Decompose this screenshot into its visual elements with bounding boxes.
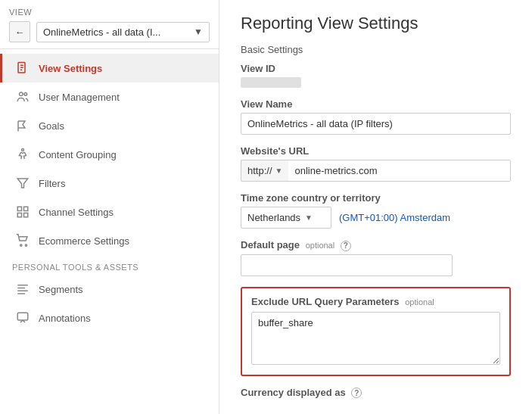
sidebar-item-label: Ecommerce Settings (39, 235, 129, 247)
website-url-label: Website's URL (241, 145, 511, 157)
protocol-text: http:// (247, 165, 272, 176)
timezone-country-text: Netherlands (247, 212, 300, 223)
website-url-group: Website's URL http:// ▼ (241, 145, 511, 182)
svg-marker-8 (17, 179, 28, 188)
sidebar-item-channel-settings[interactable]: Channel Settings (0, 198, 219, 226)
sidebar-item-content-grouping[interactable]: Content Grouping (0, 140, 219, 169)
chevron-down-icon: ▼ (194, 26, 203, 37)
svg-point-5 (24, 92, 27, 95)
sidebar-item-label: View Settings (39, 63, 102, 74)
svg-rect-9 (17, 207, 21, 210)
svg-rect-11 (17, 213, 21, 217)
personal-section-label: PERSONAL TOOLS & ASSETS (0, 255, 219, 275)
svg-point-4 (20, 92, 23, 96)
sidebar-item-label: Filters (39, 178, 65, 189)
url-protocol-dropdown[interactable]: http:// ▼ (241, 160, 288, 182)
svg-rect-12 (24, 213, 28, 217)
timezone-country-dropdown[interactable]: Netherlands ▼ (241, 207, 331, 229)
view-id-label: View ID (241, 63, 511, 74)
exclude-url-box: Exclude URL Query Parameters optional bu… (241, 287, 511, 376)
cart-icon (14, 232, 31, 249)
default-page-optional: optional (306, 241, 335, 250)
segments-icon (14, 281, 31, 297)
default-page-label: Default page optional ? (241, 239, 511, 251)
person-running-icon (14, 146, 31, 163)
gmt-offset-text: (GMT+01:00) Amsterdam (339, 212, 450, 223)
view-name-group: View Name (241, 98, 511, 135)
currency-label: Currency displayed as ? (241, 387, 511, 399)
exclude-url-label: Exclude URL Query Parameters optional (251, 296, 500, 307)
timezone-label: Time zone country or territory (241, 192, 511, 204)
chevron-down-icon: ▼ (275, 167, 283, 175)
back-button[interactable]: ← (9, 21, 30, 42)
exclude-url-optional: optional (405, 297, 434, 307)
currency-group: Currency displayed as ? (241, 387, 511, 399)
timezone-row: Netherlands ▼ (GMT+01:00) Amsterdam (241, 207, 511, 229)
svg-rect-10 (24, 207, 28, 210)
filter-icon (14, 175, 31, 191)
view-dropdown[interactable]: OnlineMetrics - all data (I... ▼ (36, 22, 210, 42)
back-icon: ← (15, 26, 25, 38)
svg-point-14 (25, 244, 26, 246)
sidebar-item-segments[interactable]: Segments (0, 275, 219, 303)
sidebar-item-annotations[interactable]: Annotations (0, 303, 219, 332)
exclude-url-textarea[interactable]: buffer_share (251, 312, 500, 365)
sidebar-item-label: Segments (39, 284, 83, 295)
default-page-group: Default page optional ? (241, 239, 511, 276)
svg-rect-19 (17, 313, 28, 320)
basic-settings-label: Basic Settings (241, 44, 511, 55)
sidebar-item-user-management[interactable]: User Management (0, 82, 219, 111)
sidebar-item-ecommerce-settings[interactable]: Ecommerce Settings (0, 226, 219, 255)
sidebar-item-label: Goals (39, 120, 64, 132)
main-content: Reporting View Settings Basic Settings V… (219, 0, 532, 414)
url-row: http:// ▼ (241, 160, 511, 182)
default-page-input[interactable] (241, 254, 453, 276)
help-icon[interactable]: ? (341, 241, 351, 251)
sidebar: VIEW ← OnlineMetrics - all data (I... ▼ (0, 0, 219, 414)
svg-point-13 (20, 244, 22, 246)
sidebar-item-label: Annotations (39, 313, 91, 324)
sidebar-item-goals[interactable]: Goals (0, 111, 219, 140)
page-title: Reporting View Settings (241, 14, 511, 33)
users-icon (14, 89, 31, 105)
sidebar-item-filters[interactable]: Filters (0, 169, 219, 198)
chevron-down-icon: ▼ (305, 213, 313, 222)
view-dropdown-text: OnlineMetrics - all data (I... (43, 26, 160, 38)
view-name-input[interactable] (241, 113, 511, 135)
sidebar-nav: View Settings User Management (0, 49, 219, 337)
timezone-group: Time zone country or territory Netherlan… (241, 192, 511, 229)
chat-icon (14, 310, 31, 326)
view-section: VIEW ← OnlineMetrics - all data (I... ▼ (0, 0, 219, 49)
sidebar-item-label: Channel Settings (39, 207, 114, 218)
svg-point-7 (22, 149, 24, 151)
view-id-value (241, 77, 301, 88)
flag-icon (14, 117, 31, 134)
url-input[interactable] (288, 160, 511, 182)
sidebar-item-label: User Management (39, 92, 120, 103)
view-name-label: View Name (241, 98, 511, 110)
sidebar-item-view-settings[interactable]: View Settings (0, 54, 219, 82)
grid-icon (14, 204, 31, 220)
view-id-group: View ID (241, 63, 511, 88)
doc-icon (14, 60, 31, 76)
sidebar-item-label: Content Grouping (39, 149, 117, 160)
help-icon[interactable]: ? (351, 388, 362, 398)
view-label: VIEW (9, 8, 210, 17)
